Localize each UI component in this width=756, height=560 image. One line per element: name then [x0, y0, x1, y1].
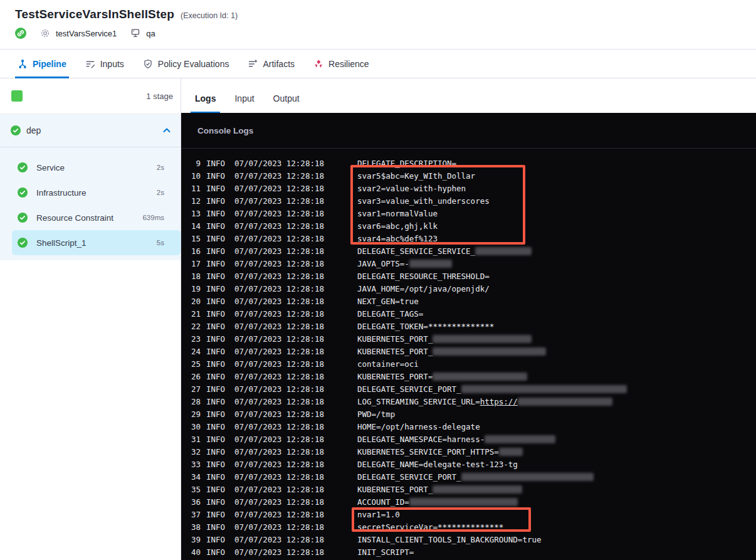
log-line-35: 35INFO07/07/2023 12:28:18KUBERNETES_PORT… [181, 483, 756, 495]
log-message: svar6=abc,ghj,klk [357, 221, 756, 231]
log-message: DELEGATE_RESOURCE_THRESHOLD= [357, 272, 756, 281]
console-log-area[interactable]: 9INFO07/07/2023 12:28:18DELEGATE_DESCRIP… [181, 149, 756, 560]
log-message: JAVA_OPTS=- [357, 259, 756, 268]
redacted-value [409, 498, 518, 506]
log-line-18: 18INFO07/07/2023 12:28:18DELEGATE_RESOUR… [181, 270, 756, 282]
log-message: svar5$abc=Key_WIth_Dollar [357, 171, 756, 181]
redacted-value [461, 473, 594, 481]
log-message: NEXT_GEN=true [357, 297, 756, 306]
log-line-32: 32INFO07/07/2023 12:28:18KUBERNETES_SERV… [181, 445, 756, 458]
log-message: ACCOUNT_ID= [357, 497, 756, 507]
log-message: DELEGATE_DESCRIPTION= [357, 159, 756, 168]
log-level: INFO [206, 372, 234, 381]
log-timestamp: 07/07/2023 12:28:18 [234, 284, 357, 293]
step-label: ShellScript_1 [36, 238, 87, 248]
log-level: INFO [206, 359, 234, 369]
log-message-text: JAVA_HOME=/opt/java/openjdk/ [357, 284, 490, 293]
log-message-text: JAVA_OPTS=- [357, 259, 409, 268]
log-message-text: svar6=abc,ghj,klk [357, 221, 438, 231]
log-message-text: secretServiceVar=************** [357, 522, 503, 532]
log-line-number: 19 [181, 284, 201, 293]
log-line-number: 21 [181, 309, 201, 319]
log-message-text: HOME=/opt/harness-delegate [357, 422, 480, 431]
log-timestamp: 07/07/2023 12:28:18 [234, 497, 357, 507]
log-level: INFO [206, 460, 234, 469]
log-message-text: NEXT_GEN=true [357, 297, 419, 306]
log-timestamp: 07/07/2023 12:28:18 [234, 547, 357, 557]
log-line-number: 30 [181, 422, 201, 431]
log-message-text: KUBERNETES_PORT_ [357, 347, 433, 356]
log-line-number: 39 [181, 535, 201, 544]
log-tab-output[interactable]: Output [272, 93, 301, 113]
log-line-number: 31 [181, 435, 201, 444]
step-item-infrastructure[interactable]: Infrastructure2s [0, 180, 181, 205]
log-message: svar1=normalValue [357, 209, 756, 218]
log-line-15: 15INFO07/07/2023 12:28:18svar4=abc%def%1… [181, 232, 756, 245]
artifacts-icon [248, 59, 258, 69]
log-level: INFO [206, 497, 234, 507]
log-message: nvar1=1.0 [357, 510, 756, 519]
tab-pipeline[interactable]: Pipeline [18, 50, 66, 78]
log-message-text: container=oci [357, 359, 419, 369]
log-level: INFO [206, 472, 234, 482]
service-name[interactable]: testVarsService1 [56, 29, 117, 38]
log-level: INFO [206, 297, 234, 306]
log-message: DELEGATE_SERVICE_PORT_ [357, 384, 756, 394]
tab-policy-evaluations[interactable]: Policy Evaluations [143, 50, 229, 78]
log-line-number: 12 [181, 196, 201, 206]
redacted-value [518, 398, 612, 406]
execution-sidebar: 1 stage dep Service2sInfrastructure2sRes… [0, 78, 181, 560]
log-line-number: 29 [181, 409, 201, 419]
log-message-link[interactable]: https:// [480, 397, 518, 406]
log-level: INFO [206, 347, 234, 356]
success-link-icon [15, 28, 26, 39]
log-message: container=oci [357, 359, 756, 369]
log-line-19: 19INFO07/07/2023 12:28:18JAVA_HOME=/opt/… [181, 282, 756, 295]
log-timestamp: 07/07/2023 12:28:18 [234, 184, 357, 193]
step-duration: 5s [157, 239, 164, 246]
log-line-number: 16 [181, 246, 201, 256]
log-message: DELEGATE_SERVICE_SERVICE_ [357, 246, 756, 256]
log-line-21: 21INFO07/07/2023 12:28:18DELEGATE_TAGS= [181, 307, 756, 320]
redacted-value [461, 385, 627, 393]
log-timestamp: 07/07/2023 12:28:18 [234, 447, 357, 457]
log-tab-logs[interactable]: Logs [194, 93, 217, 113]
environment-name[interactable]: qa [146, 29, 155, 38]
log-line-number: 27 [181, 384, 201, 394]
log-tab-input[interactable]: Input [233, 93, 255, 113]
tab-resilience[interactable]: Resilience [313, 50, 369, 78]
step-item-resource-constraint[interactable]: Resource Constraint639ms [0, 205, 181, 230]
body: 1 stage dep Service2sInfrastructure2sRes… [0, 78, 756, 560]
log-panel: LogsInputOutput Console Logs 9INFO07/07/… [181, 78, 756, 560]
check-circle-icon [18, 162, 28, 172]
stage-header-dep[interactable]: dep [0, 114, 181, 147]
log-line-number: 36 [181, 497, 201, 507]
step-item-shellscript-1[interactable]: ShellScript_15s [12, 230, 181, 255]
log-message-text: PWD=/tmp [357, 409, 395, 419]
check-circle-icon [18, 238, 28, 248]
redacted-value [409, 260, 452, 268]
tab-label: Inputs [100, 59, 124, 69]
log-message: PWD=/tmp [357, 409, 756, 419]
log-level: INFO [206, 259, 234, 268]
tab-artifacts[interactable]: Artifacts [248, 50, 295, 78]
log-timestamp: 07/07/2023 12:28:18 [234, 485, 357, 494]
log-level: INFO [206, 547, 234, 557]
log-line-number: 22 [181, 322, 201, 331]
log-line-31: 31INFO07/07/2023 12:28:18DELEGATE_NAMESP… [181, 433, 756, 445]
chevron-up-icon[interactable] [162, 125, 172, 135]
log-line-14: 14INFO07/07/2023 12:28:18svar6=abc,ghj,k… [181, 219, 756, 232]
step-duration: 2s [157, 189, 164, 196]
log-message-text: INIT_SCRIPT= [357, 547, 414, 557]
log-level: INFO [206, 409, 234, 419]
tab-label: Policy Evaluations [158, 59, 229, 69]
step-item-service[interactable]: Service2s [0, 155, 181, 180]
stage-summary-row[interactable]: 1 stage [0, 78, 181, 114]
log-message-text: DELEGATE_TOKEN=************** [357, 322, 494, 331]
log-level: INFO [206, 435, 234, 444]
log-message: KUBERNETES_PORT= [357, 372, 756, 381]
log-line-number: 32 [181, 447, 201, 457]
log-line-33: 33INFO07/07/2023 12:28:18DELEGATE_NAME=d… [181, 458, 756, 470]
tab-inputs[interactable]: Inputs [85, 50, 124, 78]
redacted-value [499, 448, 523, 456]
